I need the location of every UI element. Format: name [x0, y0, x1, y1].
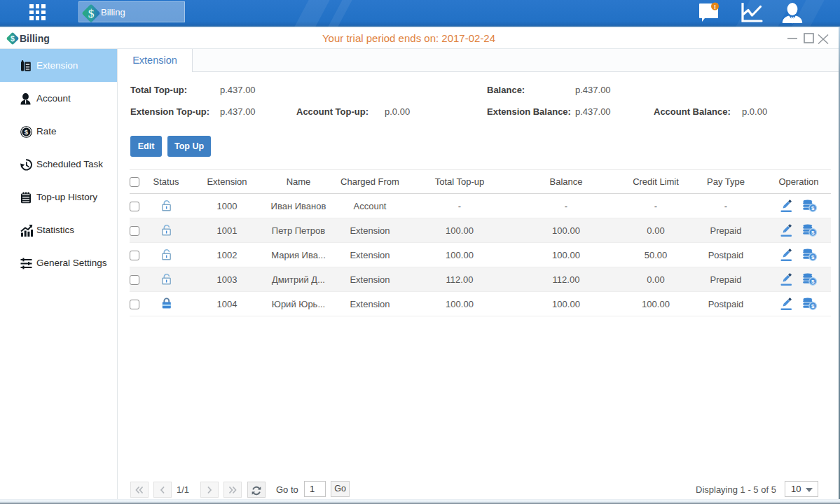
- svg-text:!: !: [714, 4, 716, 10]
- svg-text:$: $: [25, 128, 29, 136]
- svg-text:$: $: [88, 6, 95, 20]
